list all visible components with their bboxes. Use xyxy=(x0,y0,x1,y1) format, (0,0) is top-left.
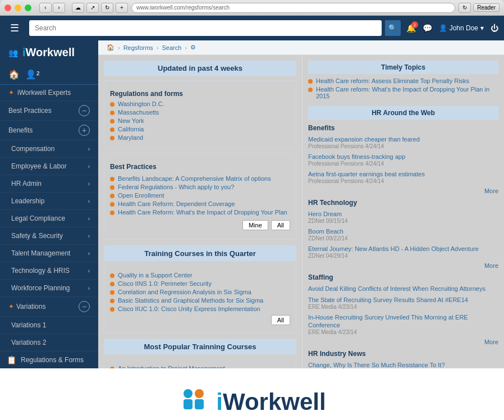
more-staffing-link[interactable]: More xyxy=(308,339,498,345)
all-button-training[interactable]: All xyxy=(271,315,290,325)
sidebar-item-experts[interactable]: ✦ iWorkwell Experts xyxy=(0,85,98,101)
timely-link[interactable]: Health Care reform: Assess Eliminate Top… xyxy=(316,77,469,84)
sidebar-item-best-practices[interactable]: Best Practices − xyxy=(0,101,98,121)
best-practice-link[interactable]: Federal Regulations - Which apply to you… xyxy=(118,184,234,190)
sidebar-item-technology-hris[interactable]: Technology & HRIS › xyxy=(0,262,98,280)
training-link[interactable]: Quality in a Support Center xyxy=(118,272,193,279)
minimize-button[interactable] xyxy=(15,4,21,11)
more-benefits-link[interactable]: More xyxy=(308,188,498,194)
staffing-link[interactable]: The State of Recruiting Survey Results S… xyxy=(308,296,468,303)
timely-link[interactable]: Health Care reform: What's the Impact of… xyxy=(316,86,498,99)
sidebar-item-compensation[interactable]: Compensation › xyxy=(0,140,98,158)
benefits-link[interactable]: Facebook buys fitness-tracking app xyxy=(308,153,405,160)
sidebar-logo: 👥 iWorkwell xyxy=(0,40,98,65)
share-button[interactable]: ↗ xyxy=(86,3,99,13)
training-link[interactable]: Cisco IINS 1.0: Perimeter Security xyxy=(118,280,212,287)
sidebar-item-hr-admin[interactable]: HR Admin › xyxy=(0,175,98,193)
user-icon: 👤 xyxy=(439,24,447,32)
list-item: Health Care reform: Assess Eliminate Top… xyxy=(308,77,498,84)
collapse-variations-icon[interactable]: − xyxy=(79,301,90,312)
breadcrumb: 🏠 › Regsforms › Search › ⚙ xyxy=(98,40,504,55)
list-item: Cisco IIUC 1.0: Cisco Unity Express Impl… xyxy=(110,305,290,312)
regulation-link[interactable]: New York xyxy=(118,117,144,124)
more-tech-link[interactable]: More xyxy=(308,262,498,269)
address-bar[interactable]: www.iworkwell.com/regsforms/search xyxy=(131,3,455,13)
chevron-icon: › xyxy=(88,285,90,291)
regulation-link[interactable]: Washington D.C. xyxy=(118,101,164,107)
best-practice-link[interactable]: Benefits Landscape: A Comprehensive Matr… xyxy=(118,175,271,182)
list-item: Open Enrollment xyxy=(110,192,290,199)
staffing-link[interactable]: In-House Recruiting Surcey Unveiled This… xyxy=(308,314,468,328)
user-dropdown-icon: ▾ xyxy=(480,24,484,32)
best-practices-section: Best Practices Benefits Landscape: A Com… xyxy=(104,153,296,240)
mine-button[interactable]: Mine xyxy=(242,220,268,230)
search-button[interactable]: 🔍 xyxy=(385,20,401,36)
list-item: An Introduction to Project Management xyxy=(110,365,290,368)
notification-button[interactable]: 🔔 2 xyxy=(406,24,416,33)
sidebar-item-benefits[interactable]: Benefits + xyxy=(0,121,98,140)
sidebar-item-leadership[interactable]: Leadership › xyxy=(0,193,98,210)
reload-button[interactable]: ↻ xyxy=(459,3,471,13)
sidebar-item-workforce-planning[interactable]: Workforce Planning › xyxy=(0,280,98,297)
training-section: Training Courses in this Quarter Quality… xyxy=(104,245,296,333)
list-item: Health Care Reform: Dependent Coverage xyxy=(110,200,290,207)
chat-button[interactable]: 💬 xyxy=(423,24,432,33)
training-link[interactable]: Corelation and Regression Analysis in Si… xyxy=(118,289,251,295)
regulation-link[interactable]: Maryland xyxy=(118,134,143,141)
sidebar-item-variations-2[interactable]: Variations 2 xyxy=(0,334,98,351)
training-link[interactable]: Basic Statistics and Graphical Methods f… xyxy=(118,297,263,304)
expand-icon[interactable]: + xyxy=(79,125,90,136)
bookmark-button[interactable]: + xyxy=(116,3,128,13)
sidebar-item-employee-labor[interactable]: Employee & Labor › xyxy=(0,158,98,175)
breadcrumb-home[interactable]: 🏠 xyxy=(107,44,114,51)
chevron-icon: › xyxy=(88,181,90,187)
hr-tech-link[interactable]: Boom Beach xyxy=(308,228,343,235)
industry-link[interactable]: Change, Why Is There So Much Resistance … xyxy=(308,362,445,368)
title-bar: ‹ › ☁ ↗ ↻ + www.iworkwell.com/regsforms/… xyxy=(0,0,504,16)
regulation-link[interactable]: Massachusetts xyxy=(118,109,159,116)
regulation-link[interactable]: California xyxy=(118,126,144,133)
bullet-dot xyxy=(110,211,114,215)
refresh-button[interactable]: ↻ xyxy=(101,3,113,13)
list-item: California xyxy=(110,126,290,133)
back-button[interactable]: ‹ xyxy=(39,3,52,13)
user-profile-icon[interactable]: 👤² xyxy=(25,69,39,80)
benefits-link[interactable]: Medicaid expansion cheaper than feared xyxy=(308,136,420,143)
sidebar-item-safety-security[interactable]: Safety & Security › xyxy=(0,227,98,245)
popular-link[interactable]: An Introduction to Project Management xyxy=(118,365,225,368)
hr-tech-link[interactable]: Eternal Journey: New Atlantis HD - A Hid… xyxy=(308,245,479,252)
power-button[interactable]: ⏻ xyxy=(491,24,498,33)
best-practice-link[interactable]: Health Care Reform: What's the Impact of… xyxy=(118,209,287,216)
breadcrumb-search[interactable]: Search xyxy=(162,44,182,51)
svg-rect-3 xyxy=(195,399,204,409)
breadcrumb-sep-3: › xyxy=(185,44,187,51)
search-input[interactable] xyxy=(29,20,382,36)
list-item: Hero Dream ZDNet 09/15/14 xyxy=(308,210,498,224)
sidebar-item-talent-management[interactable]: Talent Management › xyxy=(0,245,98,262)
reader-button[interactable]: Reader xyxy=(473,3,500,12)
sidebar-item-variations[interactable]: ✦ Variations − xyxy=(0,297,98,317)
cloud-button[interactable]: ☁ xyxy=(72,3,84,13)
user-menu-button[interactable]: 👤 John Doe ▾ xyxy=(439,24,484,32)
sidebar-item-regulations-forms[interactable]: 📋 Regulations & Forms xyxy=(0,351,98,368)
forward-button[interactable]: › xyxy=(53,3,65,13)
benefits-link[interactable]: Aetna first-quarter earnings beat estima… xyxy=(308,171,425,177)
staffing-link[interactable]: Avoid Deal Killing Conflicts of Interest… xyxy=(308,285,485,292)
sidebar-item-legal-compliance[interactable]: Legal Compliance › xyxy=(0,210,98,227)
all-button-best[interactable]: All xyxy=(271,220,290,230)
bullet-dot xyxy=(110,119,114,124)
list-item: Change, Why Is There So Much Resistance … xyxy=(308,361,498,368)
home-icon[interactable]: 🏠 xyxy=(8,69,20,80)
hr-tech-link[interactable]: Hero Dream xyxy=(308,211,342,217)
maximize-button[interactable] xyxy=(25,4,31,11)
hamburger-menu-button[interactable]: ☰ xyxy=(6,20,24,36)
collapse-icon[interactable]: − xyxy=(79,105,90,116)
breadcrumb-regsforms[interactable]: Regsforms xyxy=(123,44,153,51)
close-button[interactable] xyxy=(4,4,11,11)
sidebar-item-variations-1[interactable]: Variations 1 xyxy=(0,317,98,334)
best-practice-link[interactable]: Health Care Reform: Dependent Coverage xyxy=(118,200,235,207)
best-practice-link[interactable]: Open Enrollment xyxy=(118,192,164,199)
breadcrumb-settings-icon[interactable]: ⚙ xyxy=(190,44,196,51)
list-item: Eternal Journey: New Atlantis HD - A Hid… xyxy=(308,245,498,259)
training-link[interactable]: Cisco IIUC 1.0: Cisco Unity Express Impl… xyxy=(118,305,260,312)
